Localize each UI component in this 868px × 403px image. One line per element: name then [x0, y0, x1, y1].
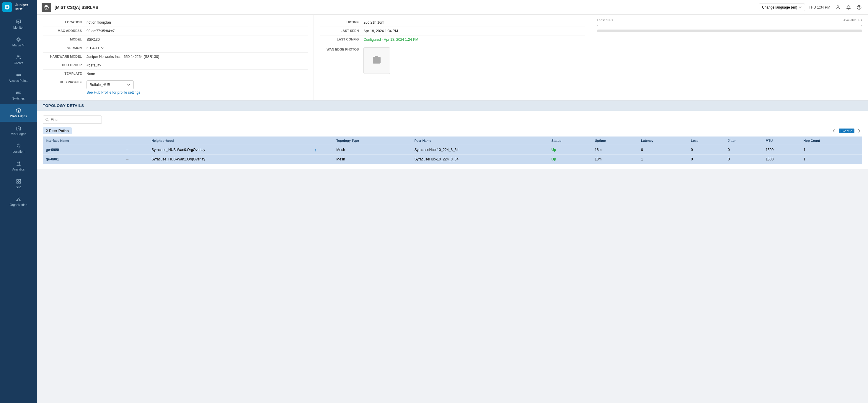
hub-profile-row: HUB PROFILE Buffalo_HUB See Hub Profile …	[43, 78, 308, 97]
ip-bar	[597, 30, 862, 32]
wan-photos-label: WAN EDGE PHOTOS	[320, 44, 361, 76]
location-value: not on floorplan	[84, 18, 308, 27]
main-area: [MIST CSQA] SSRLAB Change language (en) …	[37, 0, 868, 403]
cell-uptime: 18m	[592, 145, 638, 155]
sidebar-item-monitor[interactable]: Monitor	[0, 16, 37, 33]
filter-input[interactable]	[43, 116, 102, 124]
peer-paths-header: 2 Peer Paths 1-2 of 2	[43, 127, 862, 134]
sidebar-item-organization-label: Organization	[10, 203, 27, 207]
sidebar-item-organization[interactable]: Organization	[0, 193, 37, 210]
info-grid: LOCATION not on floorplan MAC ADDRESS 90…	[37, 15, 868, 100]
sidebar-item-marvis[interactable]: Marvis™	[0, 33, 37, 51]
sidebar-item-mist-edges[interactable]: Mist Edges	[0, 122, 37, 140]
svg-point-2	[18, 39, 20, 40]
mac-value: 90:ec:77:35:84:c7	[84, 27, 308, 35]
sidebar-item-wan-edges[interactable]: WAN Edges	[0, 104, 37, 122]
help-icon[interactable]	[855, 3, 863, 11]
th-loss: Loss	[688, 137, 725, 145]
cell-hop-count: 1	[800, 155, 862, 164]
cell-uptime: 18m	[592, 155, 638, 164]
sidebar-item-analytics[interactable]: Analytics	[0, 157, 37, 175]
cell-loss: 0	[688, 155, 725, 164]
peer-paths-label: 2 Peer Paths	[43, 127, 72, 134]
uptime-value: 26d 21h 16m	[361, 18, 585, 27]
th-arrow	[123, 137, 149, 145]
leased-ips-label: Leased IPs	[597, 18, 613, 22]
th-peer-name: Peer Name	[411, 137, 549, 145]
bell-icon[interactable]	[844, 3, 852, 11]
cell-arrow: →	[123, 145, 149, 155]
svg-point-4	[19, 56, 20, 57]
pagination-prev[interactable]	[831, 128, 837, 134]
sidebar-nav: Monitor Marvis™ Clients Access Points Sw…	[0, 14, 37, 403]
template-label: TEMPLATE	[43, 70, 84, 78]
cell-status: Up	[549, 145, 592, 155]
last-seen-value: Apr 18, 2024 1:34 PM	[361, 27, 585, 35]
cell-interface: ge-0/0/0	[43, 145, 123, 155]
sidebar-item-access-points-label: Access Points	[9, 79, 28, 83]
table-row: ge-0/0/0 → Syracuse_HUB-Wan0.OrgOverlay …	[43, 145, 862, 155]
cell-jitter: 0	[725, 155, 763, 164]
cell-interface: ge-0/0/1	[43, 155, 123, 164]
mac-row: MAC ADDRESS 90:ec:77:35:84:c7	[43, 27, 308, 35]
cell-peer-name: SyracuseHub-10_224_8_64	[411, 155, 549, 164]
hub-profile-label: HUB PROFILE	[43, 78, 84, 97]
cell-peer-name: SyracuseHub-10_224_8_64	[411, 145, 549, 155]
cell-topology-type: Mesh	[333, 155, 411, 164]
svg-rect-11	[17, 181, 18, 183]
cell-status: Up	[549, 155, 592, 164]
cell-sort: ↑	[311, 145, 333, 155]
topology-table: Interface Name Neighborhood Topology Typ…	[43, 137, 862, 164]
version-label: VERSION	[43, 44, 84, 53]
th-latency: Latency	[638, 137, 688, 145]
location-row: LOCATION not on floorplan	[43, 18, 308, 27]
topology-table-head: Interface Name Neighborhood Topology Typ…	[43, 137, 862, 145]
svg-rect-12	[19, 181, 20, 183]
sidebar-item-clients[interactable]: Clients	[0, 51, 37, 68]
table-row: ge-0/0/1 → Syracuse_HUB-Wan1.OrgOverlay …	[43, 155, 862, 164]
svg-point-1	[6, 6, 8, 8]
pagination: 1-2 of 2	[831, 128, 862, 134]
wan-photos-value	[361, 44, 585, 76]
svg-point-20	[46, 118, 48, 120]
mac-label: MAC ADDRESS	[43, 27, 84, 35]
sidebar-item-mist-edges-label: Mist Edges	[11, 132, 26, 136]
uptime-panel: UPTIME 26d 21h 16m LAST SEEN Apr 18, 202…	[314, 15, 591, 100]
template-row: TEMPLATE None	[43, 70, 308, 78]
hub-group-row: HUB GROUP <default>	[43, 61, 308, 70]
sidebar-item-site-label: Site	[16, 185, 21, 189]
sidebar-item-monitor-label: Monitor	[13, 26, 24, 30]
th-sort	[311, 137, 333, 145]
svg-point-13	[18, 197, 19, 198]
th-mtu: MTU	[763, 137, 800, 145]
sidebar-item-marvis-label: Marvis™	[12, 44, 25, 47]
topbar: [MIST CSQA] SSRLAB Change language (en) …	[37, 0, 868, 15]
uptime-label: UPTIME	[320, 18, 361, 27]
svg-point-8	[18, 145, 19, 146]
cell-neighborhood: Syracuse_HUB-Wan0.OrgOverlay	[149, 145, 311, 155]
sidebar-item-location[interactable]: Location	[0, 140, 37, 157]
user-icon[interactable]	[834, 3, 842, 11]
sidebar-item-site[interactable]: Site	[0, 175, 37, 193]
svg-rect-9	[17, 179, 18, 181]
logo-area: Juniper Mist	[0, 0, 37, 14]
sidebar: Juniper Mist Monitor Marvis™ Clients Acc…	[0, 0, 37, 403]
svg-point-16	[837, 6, 839, 7]
cell-mtu: 1500	[763, 155, 800, 164]
cell-sort	[311, 155, 333, 164]
hardware-model-label: HARDWARE MODEL	[43, 53, 84, 61]
topology-title: TOPOLOGY DETAILS	[43, 104, 84, 108]
pagination-next[interactable]	[856, 128, 862, 134]
hub-profile-anchor[interactable]: Hub Profile	[94, 90, 111, 94]
svg-point-14	[16, 200, 18, 201]
sidebar-item-switches[interactable]: Switches	[0, 86, 37, 104]
cell-arrow: →	[123, 155, 149, 164]
cell-hop-count: 1	[800, 145, 862, 155]
language-button[interactable]: Change language (en)	[759, 4, 805, 11]
wan-photos-row: WAN EDGE PHOTOS	[320, 44, 585, 76]
filter-input-wrap	[43, 116, 102, 124]
location-label: LOCATION	[43, 18, 84, 27]
wan-photos-box[interactable]	[364, 47, 390, 74]
sidebar-item-access-points[interactable]: Access Points	[0, 68, 37, 86]
hub-profile-dropdown[interactable]: Buffalo_HUB	[87, 80, 134, 89]
